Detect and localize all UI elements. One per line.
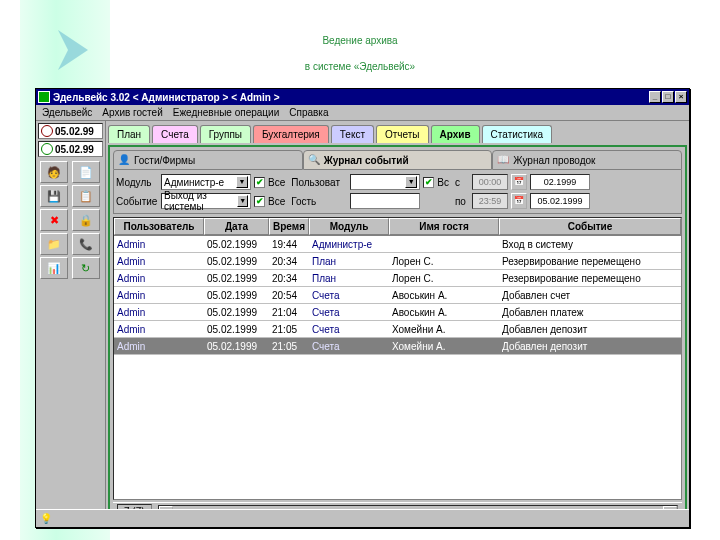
cell-guest: Лорен С. <box>389 255 499 268</box>
col-module[interactable]: Модуль <box>309 218 389 235</box>
table-row[interactable]: Admin05.02.199920:34ПланЛорен С.Резервир… <box>114 253 681 270</box>
table-row[interactable]: Admin05.02.199920:54СчетаАвоськин А.Доба… <box>114 287 681 304</box>
event-all-check[interactable]: ✔ <box>254 196 265 207</box>
grid-header: Пользователь Дата Время Модуль Имя гостя… <box>114 218 681 236</box>
book-icon: 📖 <box>497 154 509 166</box>
event-combo[interactable]: Выход из системы▼ <box>161 193 251 209</box>
module-all-check[interactable]: ✔ <box>254 177 265 188</box>
cell-time: 19:44 <box>269 238 309 251</box>
menu-item[interactable]: Ежедневные операции <box>173 107 280 118</box>
menu-item[interactable]: Эдельвейс <box>42 107 92 118</box>
close-button[interactable]: × <box>675 91 687 103</box>
subtab-guests[interactable]: 👤 Гости/Фирмы <box>113 150 303 170</box>
tab-счета[interactable]: Счета <box>152 125 198 143</box>
subtab-label: Журнал проводок <box>513 155 595 166</box>
cell-time: 20:54 <box>269 289 309 302</box>
cell-user: Admin <box>114 323 204 336</box>
all-label: Все <box>268 177 285 188</box>
cell-module: План <box>309 255 389 268</box>
subtab-label: Гости/Фирмы <box>134 155 195 166</box>
tool-btn-7[interactable]: 📁 <box>40 233 68 255</box>
tab-группы[interactable]: Группы <box>200 125 251 143</box>
title-line-1: Ведение архива <box>322 35 397 46</box>
cell-module: Счета <box>309 306 389 319</box>
menu-item[interactable]: Архив гостей <box>102 107 162 118</box>
to-date[interactable]: 05.02.1999 <box>530 193 590 209</box>
from-time[interactable]: 00:00 <box>472 174 508 190</box>
cell-event: Добавлен счет <box>499 289 681 302</box>
subtab-transactions[interactable]: 📖 Журнал проводок <box>492 150 682 170</box>
cell-user: Admin <box>114 340 204 353</box>
tab-текст[interactable]: Текст <box>331 125 374 143</box>
tab-статистика[interactable]: Статистика <box>482 125 553 143</box>
cell-event: Резервирование перемещено <box>499 272 681 285</box>
col-time[interactable]: Время <box>269 218 309 235</box>
event-label: Событие <box>116 196 158 207</box>
tab-архив[interactable]: Архив <box>431 125 480 143</box>
titlebar[interactable]: Эдельвейс 3.02 < Администратор > < Admin… <box>36 89 689 105</box>
system-date-1[interactable]: 05.02.99 <box>38 123 103 139</box>
clock-icon <box>41 143 53 155</box>
all-label: Все <box>268 196 285 207</box>
cell-module: Администр-е <box>309 238 389 251</box>
user-combo[interactable]: ▼ <box>350 174 420 190</box>
table-row[interactable]: Admin05.02.199921:04СчетаАвоськин А.Доба… <box>114 304 681 321</box>
tool-btn-10[interactable]: ↻ <box>72 257 100 279</box>
tool-btn-1[interactable]: 🧑 <box>40 161 68 183</box>
clock-icon <box>41 125 53 137</box>
cell-date: 05.02.1999 <box>204 272 269 285</box>
cell-date: 05.02.1999 <box>204 255 269 268</box>
grid-body[interactable]: Admin05.02.199919:44Администр-еВход в си… <box>114 236 681 499</box>
calendar-button[interactable]: 📅 <box>511 174 527 190</box>
chevron-down-icon[interactable]: ▼ <box>405 176 417 188</box>
table-row[interactable]: Admin05.02.199920:34ПланЛорен С.Резервир… <box>114 270 681 287</box>
tab-бухгалтерия[interactable]: Бухгалтерия <box>253 125 329 143</box>
maximize-button[interactable]: □ <box>662 91 674 103</box>
tool-btn-5[interactable]: ✖ <box>40 209 68 231</box>
col-user[interactable]: Пользователь <box>114 218 204 235</box>
tool-btn-9[interactable]: 📊 <box>40 257 68 279</box>
cell-guest: Хомейни А. <box>389 340 499 353</box>
tool-btn-3[interactable]: 💾 <box>40 185 68 207</box>
app-icon <box>38 91 50 103</box>
tool-btn-8[interactable]: 📞 <box>72 233 100 255</box>
module-combo[interactable]: Администр-е▼ <box>161 174 251 190</box>
calendar-button[interactable]: 📅 <box>511 193 527 209</box>
col-guest[interactable]: Имя гостя <box>389 218 499 235</box>
table-row[interactable]: Admin05.02.199921:05СчетаХомейни А.Добав… <box>114 338 681 355</box>
minimize-button[interactable]: _ <box>649 91 661 103</box>
cell-user: Admin <box>114 306 204 319</box>
subtab-event-log[interactable]: 🔍 Журнал событий <box>303 150 493 170</box>
left-toolbar: 05.02.99 05.02.99 🧑 📄 💾 📋 ✖ 🔒 📁 📞 📊 <box>36 121 106 527</box>
tool-btn-2[interactable]: 📄 <box>72 161 100 183</box>
chevron-down-icon[interactable]: ▼ <box>236 176 248 188</box>
cell-guest: Хомейни А. <box>389 323 499 336</box>
user-all-check[interactable]: ✔ <box>423 177 434 188</box>
table-row[interactable]: Admin05.02.199921:05СчетаХомейни А.Добав… <box>114 321 681 338</box>
menu-item[interactable]: Справка <box>289 107 328 118</box>
cell-user: Admin <box>114 289 204 302</box>
date-text: 05.02.99 <box>55 126 94 137</box>
tab-отчеты[interactable]: Отчеты <box>376 125 429 143</box>
to-time[interactable]: 23:59 <box>472 193 508 209</box>
title-line-2: в системе «Эдельвейс» <box>305 61 415 72</box>
col-date[interactable]: Дата <box>204 218 269 235</box>
system-date-2[interactable]: 05.02.99 <box>38 141 103 157</box>
guest-input[interactable] <box>350 193 420 209</box>
window-title: Эдельвейс 3.02 < Администратор > < Admin… <box>53 92 279 103</box>
cell-date: 05.02.1999 <box>204 323 269 336</box>
tool-btn-4[interactable]: 📋 <box>72 185 100 207</box>
user-label: Пользоват <box>291 177 347 188</box>
cell-guest <box>389 243 499 245</box>
chevron-down-icon[interactable]: ▼ <box>237 195 248 207</box>
cell-time: 20:34 <box>269 255 309 268</box>
status-icon: 💡 <box>40 513 52 524</box>
tool-btn-6[interactable]: 🔒 <box>72 209 100 231</box>
table-row[interactable]: Admin05.02.199919:44Администр-еВход в си… <box>114 236 681 253</box>
cell-date: 05.02.1999 <box>204 340 269 353</box>
tab-план[interactable]: План <box>108 125 150 143</box>
cell-event: Резервирование перемещено <box>499 255 681 268</box>
cell-date: 05.02.1999 <box>204 238 269 251</box>
col-event[interactable]: Событие <box>499 218 681 235</box>
from-date[interactable]: 02.1999 <box>530 174 590 190</box>
